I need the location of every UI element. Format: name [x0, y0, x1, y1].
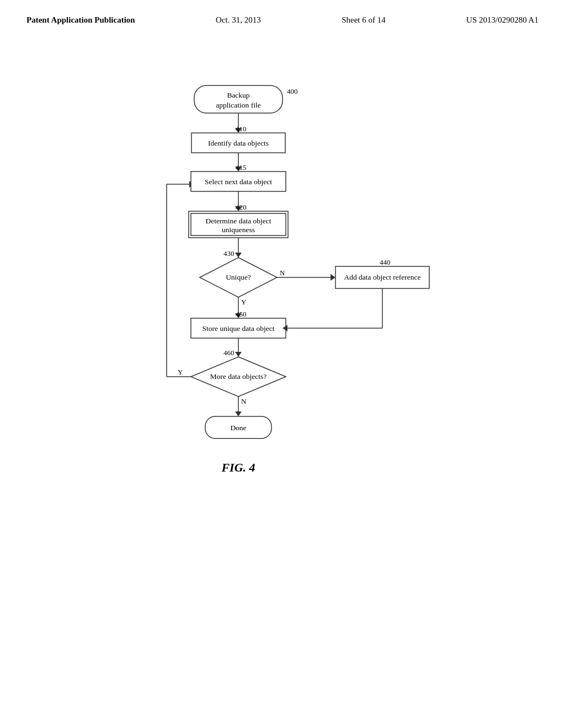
node-430-text: Unique? [226, 273, 251, 281]
label-440: 440 [380, 258, 391, 266]
sheet-info: Sheet 6 of 14 [342, 15, 386, 25]
page-header: Patent Application Publication Oct. 31, … [0, 0, 565, 25]
node-420-text2: uniqueness [222, 226, 255, 234]
label-400: 400 [287, 87, 298, 95]
label-y-460: Y [178, 368, 183, 376]
node-400-text2: application file [216, 101, 260, 109]
label-y-430: Y [241, 298, 247, 306]
node-400-text: Backup [227, 91, 249, 99]
publication-title: Patent Application Publication [26, 15, 135, 25]
flowchart-diagram: Backup application file 400 Identify dat… [111, 69, 454, 549]
label-420: 420 [236, 203, 247, 211]
node-415-text: Select next data object [205, 178, 272, 186]
node-450-text: Store unique data object [202, 324, 275, 333]
node-410-text: Identify data objects [208, 139, 269, 147]
patent-number: US 2013/0290280 A1 [466, 15, 539, 25]
svg-marker-31 [235, 411, 242, 416]
label-450: 450 [236, 310, 247, 318]
node-420-text1: Determine data object [205, 217, 271, 225]
node-460-text: More data objects? [210, 372, 267, 381]
label-430: 430 [223, 249, 234, 258]
svg-marker-26 [235, 352, 242, 357]
publication-date: Oct. 31, 2013 [216, 15, 261, 25]
node-440-text: Add data object reference [344, 273, 420, 281]
label-415: 415 [236, 163, 247, 172]
node-done-text: Done [230, 424, 246, 432]
label-460: 460 [223, 349, 234, 357]
label-n-430: N [280, 269, 285, 277]
label-n-460: N [241, 397, 247, 405]
figure-caption: FIG. 4 [221, 461, 255, 474]
svg-marker-17 [331, 274, 335, 281]
label-410: 410 [236, 125, 247, 133]
svg-marker-14 [235, 253, 242, 258]
